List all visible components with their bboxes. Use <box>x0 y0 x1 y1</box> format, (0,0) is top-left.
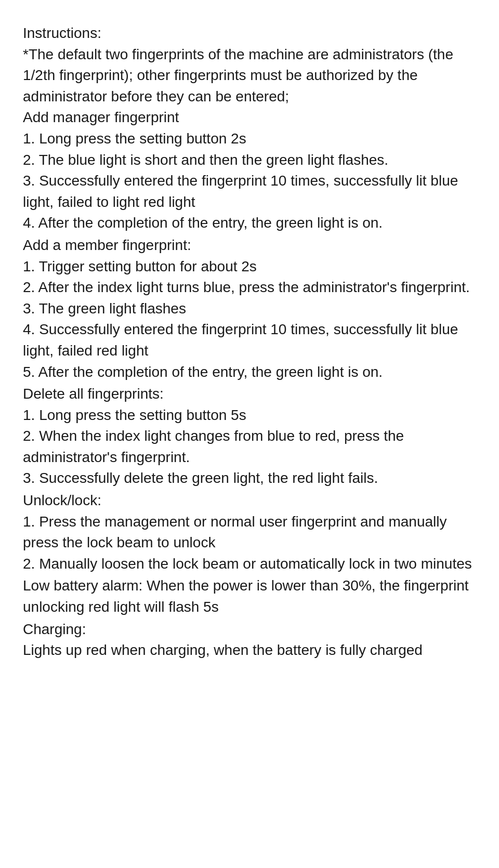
main-content: Instructions: *The default two fingerpri… <box>23 23 476 661</box>
step-manager-1: 1. Long press the setting button 2s <box>23 128 476 150</box>
step-member-3: 3. The green light flashes <box>23 298 476 320</box>
section-add-member: Add a member fingerprint: 1. Trigger set… <box>23 235 476 383</box>
section-unlock-lock: Unlock/lock: 1. Press the management or … <box>23 490 476 574</box>
step-manager-4: 4. After the completion of the entry, th… <box>23 213 476 234</box>
section-charging: Charging: Lights up red when charging, w… <box>23 619 476 661</box>
step-delete-1: 1. Long press the setting button 5s <box>23 405 476 426</box>
step-member-4: 4. Successfully entered the fingerprint … <box>23 319 476 361</box>
step-delete-2: 2. When the index light changes from blu… <box>23 426 476 468</box>
section-heading-add-manager: Add manager fingerprint <box>23 107 476 128</box>
instructions-title: Instructions: <box>23 23 476 44</box>
step-manager-3: 3. Successfully entered the fingerprint … <box>23 170 476 213</box>
step-unlock-2: 2. Manually loosen the lock beam or auto… <box>23 554 476 575</box>
section-heading-add-member: Add a member fingerprint: <box>23 235 476 256</box>
step-member-5: 5. After the completion of the entry, th… <box>23 362 476 383</box>
step-delete-3: 3. Successfully delete the green light, … <box>23 468 476 489</box>
section-heading-unlock-lock: Unlock/lock: <box>23 490 476 511</box>
section-low-battery: Low battery alarm: When the power is low… <box>23 575 476 617</box>
step-manager-2: 2. The blue light is short and then the … <box>23 150 476 171</box>
section-heading-charging: Charging: <box>23 619 476 640</box>
section-add-manager: Add manager fingerprint 1. Long press th… <box>23 107 476 234</box>
section-heading-low-battery: Low battery alarm: When the power is low… <box>23 575 476 617</box>
step-member-1: 1. Trigger setting button for about 2s <box>23 256 476 278</box>
instructions-intro: *The default two fingerprints of the mac… <box>23 44 476 108</box>
step-member-2: 2. After the index light turns blue, pre… <box>23 277 476 298</box>
charging-text: Lights up red when charging, when the ba… <box>23 640 476 661</box>
step-unlock-1: 1. Press the management or normal user f… <box>23 511 476 554</box>
section-heading-delete-all: Delete all fingerprints: <box>23 384 476 405</box>
section-delete-all: Delete all fingerprints: 1. Long press t… <box>23 384 476 489</box>
